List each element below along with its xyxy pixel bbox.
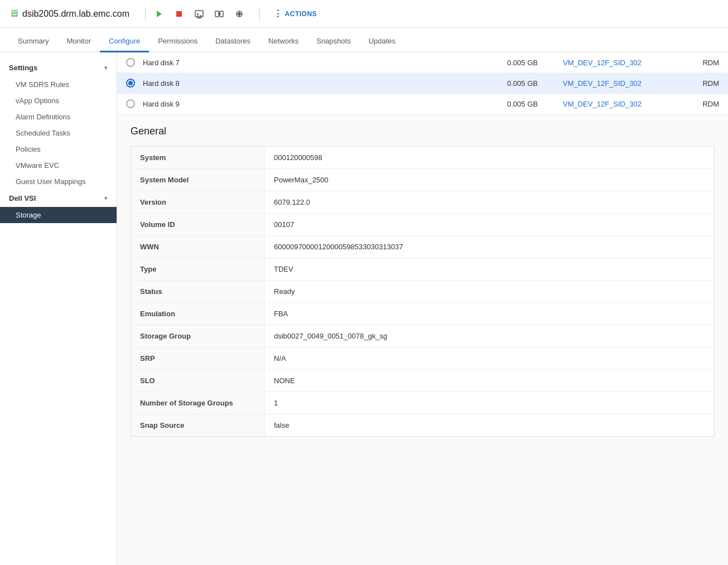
disk-type: RDM	[686, 79, 719, 88]
field-value: Ready	[265, 281, 715, 303]
field-label: Version	[131, 191, 265, 214]
field-value: TDEV	[265, 258, 715, 281]
actions-label: ACTIONS	[285, 10, 317, 18]
field-label: Volume ID	[131, 214, 265, 236]
general-title: General	[131, 125, 715, 137]
sidebar-item-alarm-definitions[interactable]: Alarm Definitions	[0, 109, 117, 125]
disk-type: RDM	[686, 59, 719, 67]
svg-rect-1	[176, 11, 182, 17]
table-row: Snap Sourcefalse	[131, 414, 715, 437]
disk-name: Hard disk 7	[143, 59, 507, 67]
page-title: dsib2005.drm.lab.emc.com	[22, 9, 129, 19]
field-value: NONE	[265, 370, 715, 392]
disk-row[interactable]: Hard disk 90.005 GBVM_DEV_12F_SID_302RDM	[117, 94, 728, 114]
svg-rect-2	[195, 11, 203, 17]
disk-type: RDM	[686, 100, 719, 108]
disk-row[interactable]: Hard disk 70.005 GBVM_DEV_12F_SID_302RDM	[117, 52, 728, 73]
field-value: 60000970000120000598533030313037	[265, 236, 715, 258]
svg-marker-0	[157, 11, 162, 17]
divider	[145, 7, 146, 21]
table-row: WWN60000970000120000598533030313037	[131, 236, 715, 258]
field-label: Number of Storage Groups	[131, 392, 265, 414]
disk-name: Hard disk 9	[143, 100, 507, 108]
table-row: Storage Groupdsib0027_0049_0051_0078_gk_…	[131, 325, 715, 347]
field-label: System	[131, 147, 265, 169]
field-value: PowerMax_2500	[265, 169, 715, 191]
tab-permissions[interactable]: Permissions	[149, 31, 206, 52]
sidebar-item-scheduled-tasks[interactable]: Scheduled Tasks	[0, 125, 117, 141]
content-area: Hard disk 70.005 GBVM_DEV_12F_SID_302RDM…	[117, 52, 728, 565]
field-value: false	[265, 414, 715, 437]
field-label: WWN	[131, 236, 265, 258]
dell-group-label: Dell VSI	[9, 194, 36, 202]
top-bar: 🖥 dsib2005.drm.lab.emc.com ⋮ ACTIONS	[0, 0, 728, 28]
main-layout: Settings ▾ VM SDRS Rules vApp Options Al…	[0, 52, 728, 565]
table-row: SLONONE	[131, 370, 715, 392]
field-label: Emulation	[131, 303, 265, 325]
sidebar-item-storage[interactable]: Storage	[0, 207, 117, 223]
field-label: SLO	[131, 370, 265, 392]
disk-size: 0.005 GB	[507, 100, 563, 108]
tab-summary[interactable]: Summary	[9, 31, 58, 52]
dell-chevron-icon: ▾	[104, 195, 108, 202]
disk-list: Hard disk 70.005 GBVM_DEV_12F_SID_302RDM…	[117, 52, 728, 114]
table-row: StatusReady	[131, 281, 715, 303]
sidebar-item-vm-sdrs[interactable]: VM SDRS Rules	[0, 76, 117, 93]
field-value: N/A	[265, 347, 715, 370]
disk-link[interactable]: VM_DEV_12F_SID_302	[563, 79, 686, 88]
sidebar-item-vmware-evc[interactable]: VMware EVC	[0, 157, 117, 173]
sidebar-item-policies[interactable]: Policies	[0, 141, 117, 157]
field-label: Storage Group	[131, 325, 265, 347]
field-value: FBA	[265, 303, 715, 325]
settings-chevron-icon: ▾	[104, 64, 108, 71]
radio-button[interactable]	[126, 79, 135, 88]
field-label: System Model	[131, 169, 265, 191]
tab-configure[interactable]: Configure	[100, 31, 149, 52]
settings-group[interactable]: Settings ▾	[0, 59, 117, 76]
radio-button[interactable]	[126, 99, 135, 108]
table-row: Number of Storage Groups1	[131, 392, 715, 414]
field-value: 6079.122.0	[265, 191, 715, 214]
tab-bar: Summary Monitor Configure Permissions Da…	[0, 28, 728, 52]
disk-link[interactable]: VM_DEV_12F_SID_302	[563, 100, 686, 108]
snapshot-button[interactable]	[233, 7, 246, 21]
toolbar-icons: ⋮ ACTIONS	[152, 7, 317, 21]
field-label: Snap Source	[131, 414, 265, 437]
tab-updates[interactable]: Updates	[360, 31, 404, 52]
toolbar-divider	[259, 7, 260, 21]
general-section: General System000120000598System ModelPo…	[117, 114, 728, 437]
tab-datastores[interactable]: Datastores	[206, 31, 259, 52]
table-row: System ModelPowerMax_2500	[131, 169, 715, 191]
stop-button[interactable]	[172, 7, 186, 21]
table-row: Version6079.122.0	[131, 191, 715, 214]
table-row: EmulationFBA	[131, 303, 715, 325]
field-value: dsib0027_0049_0051_0078_gk_sg	[265, 325, 715, 347]
disk-row[interactable]: Hard disk 80.005 GBVM_DEV_12F_SID_302RDM	[117, 73, 728, 94]
disk-link[interactable]: VM_DEV_12F_SID_302	[563, 59, 686, 67]
radio-button[interactable]	[126, 58, 135, 67]
table-row: TypeTDEV	[131, 258, 715, 281]
dell-group[interactable]: Dell VSI ▾	[0, 190, 117, 207]
sidebar: Settings ▾ VM SDRS Rules vApp Options Al…	[0, 52, 117, 565]
tab-networks[interactable]: Networks	[259, 31, 307, 52]
field-label: SRP	[131, 347, 265, 370]
actions-button[interactable]: ⋮ ACTIONS	[273, 8, 317, 19]
sidebar-item-vapp[interactable]: vApp Options	[0, 93, 117, 109]
field-value: 00107	[265, 214, 715, 236]
field-value: 000120000598	[265, 147, 715, 169]
field-label: Type	[131, 258, 265, 281]
settings-group-label: Settings	[9, 64, 37, 72]
tab-snapshots[interactable]: Snapshots	[307, 31, 359, 52]
sidebar-item-guest-user-mappings[interactable]: Guest User Mappings	[0, 173, 117, 190]
migrate-button[interactable]	[213, 7, 226, 21]
disk-name: Hard disk 8	[143, 79, 507, 88]
console-button[interactable]	[192, 7, 206, 21]
table-row: Volume ID00107	[131, 214, 715, 236]
disk-size: 0.005 GB	[507, 79, 563, 88]
vm-icon: 🖥	[9, 8, 19, 20]
table-row: SRPN/A	[131, 347, 715, 370]
play-button[interactable]	[152, 7, 166, 21]
tab-monitor[interactable]: Monitor	[58, 31, 100, 52]
actions-dots-icon: ⋮	[273, 8, 283, 19]
general-table: System000120000598System ModelPowerMax_2…	[131, 146, 715, 437]
